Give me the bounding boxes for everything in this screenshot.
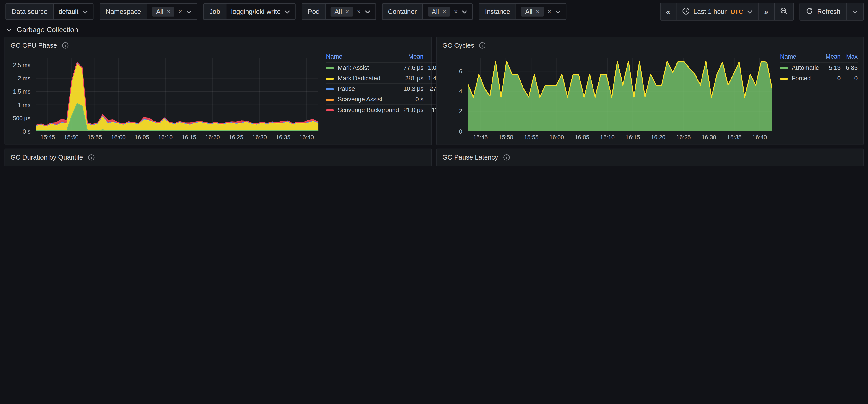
- legend-header-mean[interactable]: Mean: [399, 53, 424, 62]
- time-shift-forward-button[interactable]: »: [758, 3, 774, 20]
- x-tick-label: 15:45: [40, 134, 55, 140]
- clear-all-icon[interactable]: ×: [178, 8, 182, 15]
- x-tick-label: 16:25: [229, 134, 243, 140]
- refresh-icon: [806, 7, 813, 16]
- chevron-down-icon: [852, 9, 858, 13]
- legend-header-name[interactable]: Name: [349, 165, 376, 166]
- data-source-select[interactable]: default: [54, 4, 93, 20]
- filter-token-all[interactable]: All×: [521, 7, 544, 17]
- filter-label: Data source: [6, 4, 54, 20]
- filter-token-all[interactable]: All×: [428, 7, 450, 17]
- legend-item-scavenge-assist[interactable]: Scavenge Assist: [326, 94, 399, 105]
- y-axis: 0 s500 µs1 ms1.5 ms2 ms2.5 ms: [9, 53, 34, 142]
- panel-body: 0 s500 µs1 ms1.5 ms2 ms2.5 ms15:4515:501…: [9, 53, 427, 142]
- legend-header-max[interactable]: Max: [829, 165, 858, 166]
- remove-token-icon[interactable]: ×: [167, 8, 170, 15]
- chart-canvas[interactable]: [468, 58, 772, 132]
- filter-label: Pod: [302, 4, 326, 20]
- refresh-interval-picker[interactable]: [846, 3, 863, 20]
- y-tick-label: 1 ms: [18, 101, 30, 108]
- dashboard-toolbar: Data source default Namespace All× × Job…: [0, 0, 868, 22]
- info-icon[interactable]: [479, 42, 486, 49]
- y-tick-label: 2: [459, 108, 462, 114]
- instance-select[interactable]: All× ×: [516, 4, 566, 20]
- series-color-pill: [780, 78, 788, 80]
- series-color-pill: [326, 88, 334, 90]
- legend-header-max[interactable]: Max: [841, 53, 858, 62]
- time-range-group: « Last 1 hour UTC »: [660, 3, 794, 21]
- legend-header-max[interactable]: Max: [402, 165, 428, 166]
- clear-all-icon[interactable]: ×: [454, 8, 458, 15]
- info-icon[interactable]: [88, 154, 94, 161]
- chart-area: 0 s500 µs1 ms1.5 ms2 ms2.5 ms15:4515:501…: [9, 53, 320, 142]
- y-tick-label: 6: [459, 67, 462, 74]
- y-axis: 0 s2 ms4 ms6 ms8 ms10 ms: [9, 165, 34, 166]
- time-range-picker[interactable]: Last 1 hour UTC: [676, 3, 758, 20]
- filter-token-all[interactable]: All×: [152, 7, 175, 17]
- zoom-out-button[interactable]: [774, 3, 794, 20]
- x-tick-label: 15:50: [64, 134, 79, 140]
- pod-select[interactable]: All× ×: [326, 4, 375, 20]
- legend-item-pause[interactable]: Pause: [326, 83, 399, 94]
- legend-mean: 281 µs: [399, 73, 424, 83]
- namespace-select[interactable]: All× ×: [147, 4, 196, 20]
- x-tick-label: 16:20: [651, 134, 665, 140]
- legend-item-mark-dedicated[interactable]: Mark Dedicated: [326, 73, 399, 83]
- chart-canvas[interactable]: [36, 58, 318, 132]
- refresh-button[interactable]: Refresh: [800, 3, 846, 20]
- legend-header-name[interactable]: Name: [326, 53, 399, 62]
- y-tick-label: 0: [459, 128, 462, 135]
- legend-item-forced[interactable]: Forced: [780, 73, 820, 83]
- x-tick-label: 16:05: [134, 134, 149, 140]
- info-icon[interactable]: [503, 154, 510, 161]
- filter-data-source: Data source default: [5, 3, 93, 20]
- panel-body: 024615:4515:5015:5516:0016:0516:1016:151…: [441, 53, 859, 142]
- clock-icon: [682, 7, 689, 16]
- filter-label: Instance: [479, 4, 516, 20]
- time-controls: « Last 1 hour UTC » Refresh: [660, 3, 864, 21]
- series-color-pill: [326, 98, 334, 101]
- y-tick-label: 4: [459, 88, 462, 94]
- legend-mean: 5.13: [820, 62, 841, 73]
- panel-gc-pause-latency: GC Pause Latency0 s2 ms4 ms6 ms8 ms10 ms…: [436, 149, 864, 166]
- panel-header: GC Duration by Quantile: [5, 149, 431, 161]
- y-tick-label: 1.5 ms: [13, 88, 31, 94]
- legend-item-scavenge-background[interactable]: Scavenge Background: [326, 105, 399, 115]
- filter-container: Container All× ×: [382, 3, 473, 20]
- legend-header-mean[interactable]: Mean: [376, 165, 402, 166]
- x-tick-label: 16:35: [727, 134, 742, 140]
- legend-row: Mark Dedicated281 µs1.46 ms: [326, 73, 450, 83]
- legend-item-automatic[interactable]: Automatic: [780, 62, 820, 73]
- legend-row: Mark Assist77.6 µs1.08 ms: [326, 62, 450, 73]
- panel-title[interactable]: GC CPU Phase: [10, 41, 57, 49]
- legend-header-mean[interactable]: Mean: [820, 53, 841, 62]
- variable-filters: Data source default Namespace All× × Job…: [5, 3, 566, 20]
- legend-header-name[interactable]: Name: [780, 53, 820, 62]
- panel-body: 0 s2 ms4 ms6 ms8 ms10 ms15:4515:5015:551…: [441, 165, 859, 166]
- legend-item-mark-assist[interactable]: Mark Assist: [326, 62, 399, 73]
- container-select[interactable]: All× ×: [423, 4, 472, 20]
- section-garbage-collection[interactable]: Garbage Collection: [0, 22, 868, 36]
- x-tick-label: 16:00: [550, 134, 564, 140]
- x-tick-label: 16:05: [575, 134, 589, 140]
- remove-token-icon[interactable]: ×: [345, 8, 349, 15]
- remove-token-icon[interactable]: ×: [536, 8, 540, 15]
- y-tick-label: 2.5 ms: [13, 61, 31, 68]
- panel-title[interactable]: GC Duration by Quantile: [10, 154, 83, 162]
- legend-header-name[interactable]: Name: [776, 165, 800, 166]
- legend-header-mean[interactable]: Mean: [800, 165, 829, 166]
- x-tick-label: 16:10: [158, 134, 173, 140]
- time-shift-back-button[interactable]: «: [660, 3, 676, 20]
- panel-header: GC Cycles: [437, 37, 863, 49]
- legend-row: Automatic5.136.86: [780, 62, 858, 73]
- panel-title[interactable]: GC Cycles: [442, 41, 474, 49]
- clear-all-icon[interactable]: ×: [548, 8, 551, 15]
- panel-title[interactable]: GC Pause Latency: [442, 154, 498, 162]
- clear-all-icon[interactable]: ×: [357, 8, 361, 15]
- remove-token-icon[interactable]: ×: [442, 8, 446, 15]
- job-select[interactable]: logging/loki-write: [226, 4, 295, 20]
- info-icon[interactable]: [62, 42, 69, 49]
- filter-token-all[interactable]: All×: [331, 7, 353, 17]
- filter-label: Job: [204, 4, 226, 20]
- x-tick-label: 16:40: [752, 134, 767, 140]
